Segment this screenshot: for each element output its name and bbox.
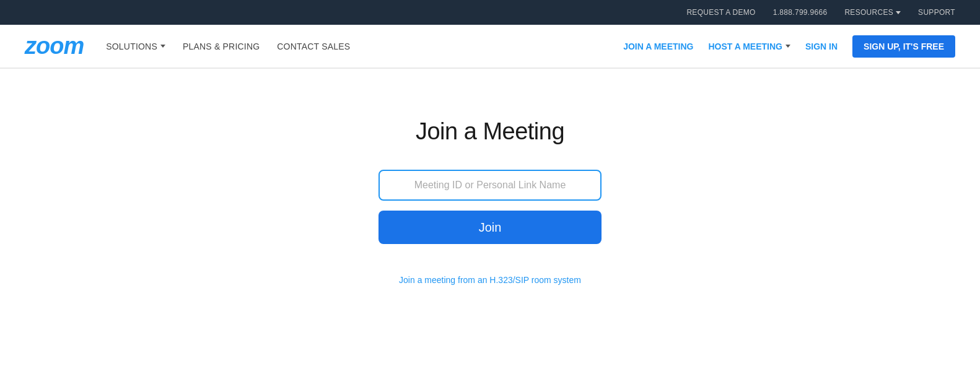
page-title: Join a Meeting	[416, 118, 564, 145]
join-button[interactable]: Join	[378, 211, 602, 244]
resources-link[interactable]: RESOURCES	[844, 8, 901, 17]
host-meeting-label: HOST A MEETING	[708, 41, 782, 51]
resources-chevron-icon	[896, 11, 901, 14]
sign-up-button[interactable]: SIGN UP, IT'S FREE	[852, 35, 955, 58]
host-meeting-link[interactable]: HOST A MEETING	[708, 41, 790, 51]
host-chevron-icon	[785, 45, 790, 48]
contact-sales-nav-item[interactable]: CONTACT SALES	[277, 41, 350, 51]
phone-link[interactable]: 1.888.799.9666	[773, 8, 828, 17]
main-nav: zoom SOLUTIONS PLANS & PRICING CONTACT S…	[0, 25, 980, 68]
sign-in-link[interactable]: SIGN IN	[805, 41, 838, 51]
top-bar: REQUEST A DEMO 1.888.799.9666 RESOURCES …	[0, 0, 980, 25]
request-demo-link[interactable]: REQUEST A DEMO	[686, 8, 755, 17]
support-link[interactable]: SUPPORT	[918, 8, 955, 17]
room-system-link[interactable]: Join a meeting from an H.323/SIP room sy…	[399, 275, 581, 285]
nav-right: JOIN A MEETING HOST A MEETING SIGN IN SI…	[623, 35, 955, 58]
solutions-nav-item[interactable]: SOLUTIONS	[106, 41, 165, 51]
plans-pricing-nav-item[interactable]: PLANS & PRICING	[183, 41, 260, 51]
main-content: Join a Meeting Join Join a meeting from …	[0, 69, 980, 285]
meeting-id-input[interactable]	[378, 170, 602, 201]
nav-left: zoom SOLUTIONS PLANS & PRICING CONTACT S…	[25, 33, 350, 59]
zoom-logo[interactable]: zoom	[25, 33, 84, 59]
join-meeting-link[interactable]: JOIN A MEETING	[623, 41, 693, 51]
solutions-chevron-icon	[160, 45, 165, 48]
solutions-label: SOLUTIONS	[106, 41, 157, 51]
nav-links: SOLUTIONS PLANS & PRICING CONTACT SALES	[106, 41, 350, 51]
join-form: Join	[378, 170, 602, 244]
resources-label: RESOURCES	[844, 8, 893, 17]
